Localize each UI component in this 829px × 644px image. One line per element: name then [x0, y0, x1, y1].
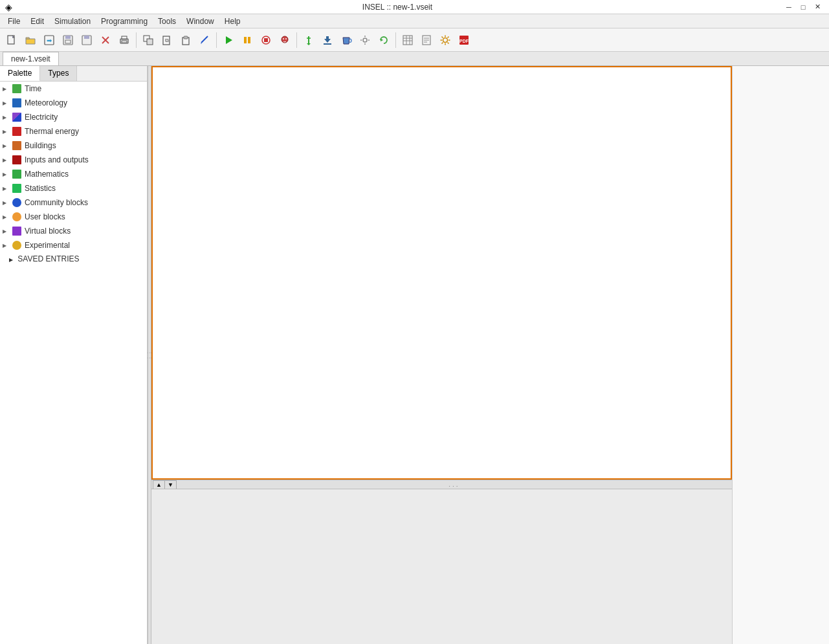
new-button[interactable]	[3, 31, 21, 49]
sidebar-item-statistics[interactable]: ▶ Statistics	[0, 181, 147, 195]
svg-line-55	[442, 36, 443, 38]
sidebar: Palette Types ▶ Time ▶ Meteorology ▶ Ele…	[0, 66, 148, 644]
sidebar-item-mathematics[interactable]: ▶ Mathematics	[0, 167, 147, 181]
separator3	[296, 32, 297, 48]
menu-item-programming[interactable]: Programming	[96, 16, 153, 27]
icon-mathematics	[12, 169, 22, 179]
sidebar-item-meteorology[interactable]: ▶ Meteorology	[0, 96, 147, 110]
close-window-button[interactable]: ✕	[811, 1, 824, 14]
svg-text:PDF: PDF	[459, 39, 469, 43]
arrow-mathematics: ▶	[3, 172, 9, 177]
arrow-saved: ▶	[9, 257, 13, 263]
label-meteorology: Meteorology	[25, 98, 67, 107]
label-inputs-outputs: Inputs and outputs	[25, 155, 89, 164]
open-button[interactable]	[21, 31, 39, 49]
label-buildings: Buildings	[25, 141, 56, 150]
copy-display-button[interactable]	[139, 31, 157, 49]
svg-rect-22	[244, 37, 247, 43]
sidebar-item-virtual-blocks[interactable]: ▶ Virtual blocks	[0, 224, 147, 238]
run-button[interactable]	[219, 31, 238, 49]
svg-rect-34	[324, 43, 331, 45]
export-button[interactable]: ➡	[40, 31, 58, 49]
sidebar-item-thermal[interactable]: ▶ Thermal energy	[0, 124, 147, 139]
label-statistics: Statistics	[25, 184, 56, 193]
refresh-button[interactable]	[375, 31, 393, 49]
sidebar-item-buildings[interactable]: ▶ Buildings	[0, 139, 147, 153]
menu-item-file[interactable]: File	[3, 16, 25, 27]
pause-button[interactable]	[238, 31, 256, 49]
stop-button[interactable]	[257, 31, 275, 49]
arrow-electricity: ▶	[3, 115, 9, 120]
svg-text:➡: ➡	[47, 37, 52, 44]
label-thermal: Thermal energy	[25, 127, 79, 136]
toolbar: ➡ ⧉	[0, 28, 829, 52]
sidebar-item-user-blocks[interactable]: ▶ User blocks	[0, 210, 147, 224]
table-button[interactable]	[399, 31, 417, 49]
document-button[interactable]	[417, 31, 436, 49]
svg-rect-25	[264, 38, 268, 42]
close-button[interactable]	[96, 31, 115, 49]
sidebar-item-time[interactable]: ▶ Time	[0, 82, 147, 96]
label-user-blocks: User blocks	[25, 212, 65, 221]
svg-marker-21	[226, 36, 232, 44]
sidebar-tab-palette[interactable]: Palette	[0, 66, 40, 81]
svg-rect-41	[403, 36, 412, 45]
scroll-left-btn[interactable]: ▲	[153, 481, 165, 489]
svg-marker-40	[381, 38, 383, 41]
menu-item-edit[interactable]: Edit	[25, 16, 49, 27]
gear-button[interactable]	[436, 31, 454, 49]
svg-rect-23	[248, 37, 250, 43]
copy-button[interactable]: ⧉	[158, 31, 176, 49]
pencil-button[interactable]	[195, 31, 214, 49]
icon-experimental	[12, 240, 22, 250]
svg-rect-18	[184, 36, 188, 39]
menubar: FileEditSimulationProgrammingToolsWindow…	[0, 14, 829, 28]
debug-button[interactable]	[276, 31, 294, 49]
arrow-meteorology: ▶	[3, 100, 9, 106]
print-button[interactable]	[115, 31, 133, 49]
arrow-inputs-outputs: ▶	[3, 157, 9, 163]
main-canvas[interactable]	[151, 66, 732, 480]
svg-line-19	[201, 36, 208, 43]
titlebar-title: INSEL :: new-1.vseit	[12, 3, 782, 12]
paste-button[interactable]	[177, 31, 195, 49]
scroll-right-btn[interactable]: ▼	[165, 481, 176, 489]
menu-item-simulation[interactable]: Simulation	[49, 16, 96, 27]
save-copy-button[interactable]	[59, 31, 77, 49]
probe-button[interactable]	[300, 31, 318, 49]
sidebar-item-experimental[interactable]: ▶ Experimental	[0, 238, 147, 252]
download-button[interactable]	[318, 31, 337, 49]
icon-electricity	[12, 112, 22, 122]
svg-point-50	[443, 38, 448, 42]
saved-entries[interactable]: ▶ SAVED ENTRIES	[0, 252, 147, 265]
arrow-virtual-blocks: ▶	[3, 228, 9, 234]
titlebar-controls: ─ □ ✕	[782, 1, 824, 14]
tabbar: new-1.vseit	[0, 52, 829, 66]
sidebar-item-inputs-outputs[interactable]: ▶ Inputs and outputs	[0, 153, 147, 167]
cup-button[interactable]	[337, 31, 355, 49]
hscroll-dots: ...	[448, 481, 459, 488]
sidebar-tab-types[interactable]: Types	[40, 66, 77, 81]
minimize-button[interactable]: ─	[782, 1, 795, 14]
save-as-button[interactable]	[78, 31, 96, 49]
sidebar-item-community[interactable]: ▶ Community blocks	[0, 195, 147, 210]
label-mathematics: Mathematics	[25, 170, 69, 179]
tab-new1[interactable]: new-1.vseit	[3, 52, 59, 65]
icon-user-blocks	[12, 212, 22, 222]
separator1	[136, 32, 137, 48]
menu-item-tools[interactable]: Tools	[153, 16, 181, 27]
pdf-button[interactable]: PDF	[455, 31, 473, 49]
icon-statistics	[12, 183, 22, 194]
sidebar-item-electricity[interactable]: ▶ Electricity	[0, 110, 147, 124]
hscroll-row: ▲ ▼ ...	[151, 480, 732, 489]
icon-thermal	[12, 126, 22, 137]
arrow-community: ▶	[3, 200, 9, 206]
arrow-user-blocks: ▶	[3, 214, 9, 220]
menu-item-window[interactable]: Window	[181, 16, 219, 27]
settings-button[interactable]	[356, 31, 374, 49]
maximize-button[interactable]: □	[797, 1, 810, 14]
scroll-left-right: ▲ ▼	[153, 480, 177, 489]
menu-item-help[interactable]: Help	[219, 16, 246, 27]
label-saved: SAVED ENTRIES	[17, 254, 79, 263]
app-icon: ◈	[5, 2, 12, 12]
